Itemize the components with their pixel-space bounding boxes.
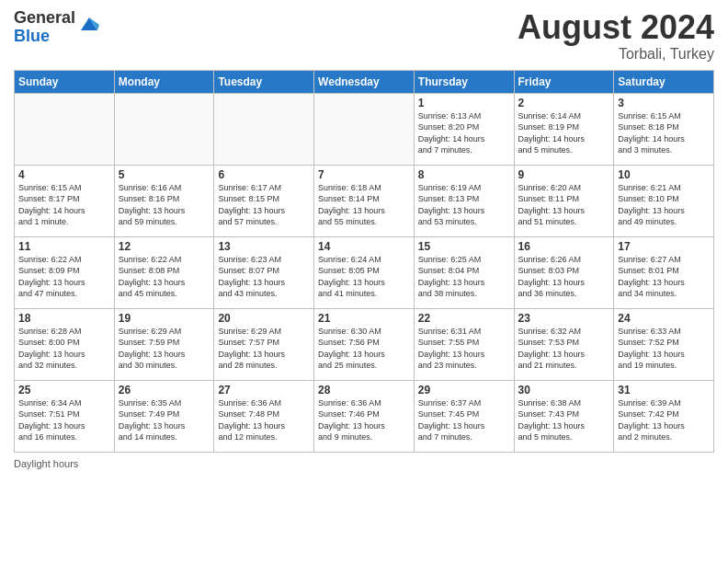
calendar-cell: 28Sunrise: 6:36 AM Sunset: 7:46 PM Dayli…: [314, 380, 415, 452]
day-number: 30: [518, 384, 610, 396]
day-number: 21: [318, 312, 410, 325]
day-info: Sunrise: 6:32 AM Sunset: 7:53 PM Dayligh…: [518, 326, 610, 372]
day-number: 5: [119, 168, 210, 181]
week-row-4: 25Sunrise: 6:34 AM Sunset: 7:51 PM Dayli…: [15, 380, 714, 452]
page: General Blue August 2024 Torbali, Turkey…: [0, 0, 728, 563]
calendar-cell: 27Sunrise: 6:36 AM Sunset: 7:48 PM Dayli…: [214, 380, 314, 452]
calendar-cell: 3Sunrise: 6:15 AM Sunset: 8:18 PM Daylig…: [614, 93, 714, 165]
day-info: Sunrise: 6:36 AM Sunset: 7:46 PM Dayligh…: [318, 397, 410, 443]
week-row-2: 11Sunrise: 6:22 AM Sunset: 8:09 PM Dayli…: [15, 236, 714, 308]
week-row-3: 18Sunrise: 6:28 AM Sunset: 8:00 PM Dayli…: [15, 308, 714, 380]
calendar-cell: 10Sunrise: 6:21 AM Sunset: 8:10 PM Dayli…: [614, 165, 714, 236]
day-info: Sunrise: 6:39 AM Sunset: 7:42 PM Dayligh…: [618, 397, 710, 443]
day-number: 3: [618, 97, 710, 109]
day-info: Sunrise: 6:27 AM Sunset: 8:01 PM Dayligh…: [618, 254, 710, 300]
day-number: 7: [318, 168, 410, 181]
day-info: Sunrise: 6:36 AM Sunset: 7:48 PM Dayligh…: [218, 397, 310, 443]
calendar-cell: 29Sunrise: 6:37 AM Sunset: 7:45 PM Dayli…: [414, 380, 514, 452]
header: General Blue August 2024 Torbali, Turkey: [14, 9, 714, 63]
calendar-cell: 18Sunrise: 6:28 AM Sunset: 8:00 PM Dayli…: [15, 308, 115, 380]
day-info: Sunrise: 6:22 AM Sunset: 8:08 PM Dayligh…: [119, 254, 210, 300]
calendar-cell: 8Sunrise: 6:19 AM Sunset: 8:13 PM Daylig…: [414, 165, 514, 236]
calendar-cell: 6Sunrise: 6:17 AM Sunset: 8:15 PM Daylig…: [214, 165, 314, 236]
calendar-cell: 12Sunrise: 6:22 AM Sunset: 8:08 PM Dayli…: [114, 236, 214, 308]
calendar-cell: 23Sunrise: 6:32 AM Sunset: 7:53 PM Dayli…: [514, 308, 614, 380]
calendar-cell: 15Sunrise: 6:25 AM Sunset: 8:04 PM Dayli…: [414, 236, 514, 308]
day-number: 29: [418, 384, 510, 396]
day-number: 13: [218, 240, 310, 253]
day-number: 25: [18, 384, 110, 396]
day-info: Sunrise: 6:17 AM Sunset: 8:15 PM Dayligh…: [218, 182, 310, 228]
day-number: 18: [18, 312, 110, 325]
calendar-cell: 20Sunrise: 6:29 AM Sunset: 7:57 PM Dayli…: [214, 308, 314, 380]
day-number: 14: [318, 240, 410, 253]
day-info: Sunrise: 6:14 AM Sunset: 8:19 PM Dayligh…: [518, 110, 610, 156]
calendar-cell: 17Sunrise: 6:27 AM Sunset: 8:01 PM Dayli…: [614, 236, 714, 308]
calendar-cell: 21Sunrise: 6:30 AM Sunset: 7:56 PM Dayli…: [314, 308, 415, 380]
day-number: 27: [218, 384, 310, 396]
calendar-cell: 5Sunrise: 6:16 AM Sunset: 8:16 PM Daylig…: [114, 165, 214, 236]
calendar-cell: 24Sunrise: 6:33 AM Sunset: 7:52 PM Dayli…: [614, 308, 714, 380]
day-info: Sunrise: 6:15 AM Sunset: 8:18 PM Dayligh…: [618, 110, 710, 156]
calendar-table: SundayMondayTuesdayWednesdayThursdayFrid…: [14, 70, 714, 453]
day-number: 28: [318, 384, 410, 396]
week-row-1: 4Sunrise: 6:15 AM Sunset: 8:17 PM Daylig…: [15, 165, 714, 236]
month-year: August 2024: [518, 9, 714, 46]
header-day-wednesday: Wednesday: [314, 70, 415, 93]
day-info: Sunrise: 6:33 AM Sunset: 7:52 PM Dayligh…: [618, 326, 710, 372]
day-info: Sunrise: 6:29 AM Sunset: 7:59 PM Dayligh…: [119, 326, 210, 372]
calendar-cell: 1Sunrise: 6:13 AM Sunset: 8:20 PM Daylig…: [414, 93, 514, 165]
calendar-cell: [214, 93, 314, 165]
calendar-cell: 7Sunrise: 6:18 AM Sunset: 8:14 PM Daylig…: [314, 165, 415, 236]
footer: Daylight hours: [14, 458, 714, 469]
day-info: Sunrise: 6:16 AM Sunset: 8:16 PM Dayligh…: [119, 182, 210, 228]
day-info: Sunrise: 6:28 AM Sunset: 8:00 PM Dayligh…: [18, 326, 110, 372]
day-number: 1: [418, 97, 510, 109]
daylight-hours-label: Daylight hours: [14, 458, 78, 469]
day-number: 2: [518, 97, 610, 109]
day-number: 26: [119, 384, 210, 396]
day-info: Sunrise: 6:29 AM Sunset: 7:57 PM Dayligh…: [218, 326, 310, 372]
header-day-tuesday: Tuesday: [214, 70, 314, 93]
day-info: Sunrise: 6:19 AM Sunset: 8:13 PM Dayligh…: [418, 182, 510, 228]
day-info: Sunrise: 6:34 AM Sunset: 7:51 PM Dayligh…: [18, 397, 110, 443]
day-info: Sunrise: 6:15 AM Sunset: 8:17 PM Dayligh…: [18, 182, 110, 228]
day-number: 31: [618, 384, 710, 396]
calendar-cell: 25Sunrise: 6:34 AM Sunset: 7:51 PM Dayli…: [15, 380, 115, 452]
day-number: 17: [618, 240, 710, 253]
day-info: Sunrise: 6:25 AM Sunset: 8:04 PM Dayligh…: [418, 254, 510, 300]
calendar-cell: [114, 93, 214, 165]
calendar-cell: 30Sunrise: 6:38 AM Sunset: 7:43 PM Dayli…: [514, 380, 614, 452]
day-number: 16: [518, 240, 610, 253]
calendar-cell: 2Sunrise: 6:14 AM Sunset: 8:19 PM Daylig…: [514, 93, 614, 165]
day-info: Sunrise: 6:38 AM Sunset: 7:43 PM Dayligh…: [518, 397, 610, 443]
header-day-friday: Friday: [514, 70, 614, 93]
location: Torbali, Turkey: [518, 46, 714, 63]
header-row: SundayMondayTuesdayWednesdayThursdayFrid…: [15, 70, 714, 93]
day-info: Sunrise: 6:37 AM Sunset: 7:45 PM Dayligh…: [418, 397, 510, 443]
logo-blue: Blue: [14, 28, 75, 46]
day-number: 23: [518, 312, 610, 325]
day-number: 11: [18, 240, 110, 253]
header-day-monday: Monday: [114, 70, 214, 93]
day-number: 19: [119, 312, 210, 325]
day-number: 6: [218, 168, 310, 181]
day-info: Sunrise: 6:23 AM Sunset: 8:07 PM Dayligh…: [218, 254, 310, 300]
day-info: Sunrise: 6:20 AM Sunset: 8:11 PM Dayligh…: [518, 182, 610, 228]
logo-text: General Blue: [14, 9, 75, 46]
day-info: Sunrise: 6:22 AM Sunset: 8:09 PM Dayligh…: [18, 254, 110, 300]
day-number: 22: [418, 312, 510, 325]
day-number: 9: [518, 168, 610, 181]
header-day-saturday: Saturday: [614, 70, 714, 93]
day-info: Sunrise: 6:26 AM Sunset: 8:03 PM Dayligh…: [518, 254, 610, 300]
day-info: Sunrise: 6:13 AM Sunset: 8:20 PM Dayligh…: [418, 110, 510, 156]
calendar-cell: 13Sunrise: 6:23 AM Sunset: 8:07 PM Dayli…: [214, 236, 314, 308]
calendar-cell: [314, 93, 415, 165]
header-day-sunday: Sunday: [15, 70, 115, 93]
day-info: Sunrise: 6:35 AM Sunset: 7:49 PM Dayligh…: [119, 397, 210, 443]
calendar-cell: 16Sunrise: 6:26 AM Sunset: 8:03 PM Dayli…: [514, 236, 614, 308]
day-number: 20: [218, 312, 310, 325]
header-day-thursday: Thursday: [414, 70, 514, 93]
calendar-cell: 19Sunrise: 6:29 AM Sunset: 7:59 PM Dayli…: [114, 308, 214, 380]
calendar-cell: [15, 93, 115, 165]
